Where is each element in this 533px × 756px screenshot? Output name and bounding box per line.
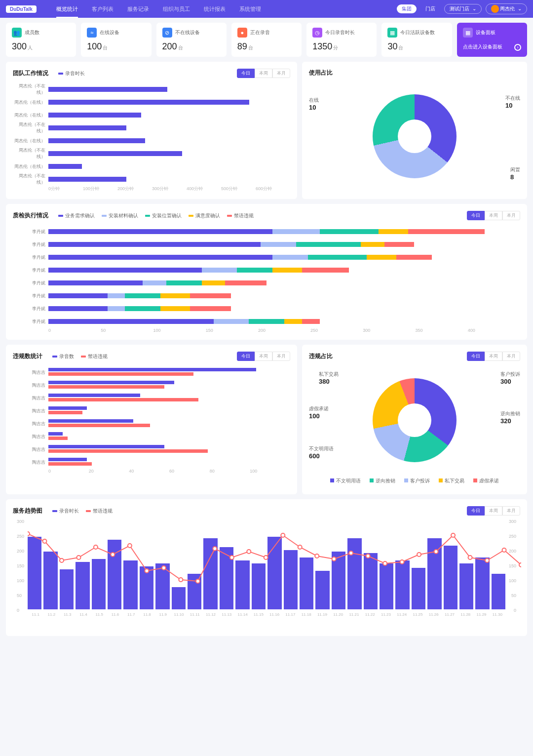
pill-group[interactable]: 集团 bbox=[397, 4, 417, 13]
svg-point-14 bbox=[264, 556, 268, 559]
stat-row: 👥成员数300人≈在线设备100台⊘不在线设备200台●正在录音89台◷今日录音… bbox=[0, 18, 533, 62]
svg-point-4 bbox=[94, 545, 98, 549]
chart: 陶吉吉陶吉吉陶吉吉陶吉吉陶吉吉陶吉吉陶吉吉陶吉吉020406080100 bbox=[13, 366, 290, 474]
svg-point-17 bbox=[315, 554, 319, 558]
chart: 00505010010015015020020025025030030011.1… bbox=[13, 520, 520, 629]
stat-card: ●正在录音89台 bbox=[231, 23, 302, 57]
stat-card: ≈在线设备100台 bbox=[81, 23, 151, 57]
nav-2[interactable]: 服务记录 bbox=[127, 5, 149, 13]
pill-store[interactable]: 门店 bbox=[420, 4, 440, 13]
chart: 周杰伦（不在线）周杰伦（在线）周杰伦（在线）周杰伦（不在线）周杰伦（在线）周杰伦… bbox=[13, 83, 290, 192]
stat-card: ◷今日录音时长1350分 bbox=[306, 23, 377, 57]
svg-point-12 bbox=[230, 556, 234, 559]
svg-point-24 bbox=[434, 550, 438, 554]
avatar bbox=[491, 5, 499, 13]
donut: 不文明用语600虚假承诺100私下交易380客户投诉300逆向推销320 bbox=[309, 366, 520, 475]
legend: 录音时长 bbox=[58, 70, 85, 77]
svg-point-0 bbox=[28, 532, 30, 536]
donut: 在线10不在线10闲置8 bbox=[309, 82, 520, 191]
topbar: DuDuTalk 概览统计客户列表服务记录组织与员工统计报表系统管理 集团 门店… bbox=[0, 0, 533, 18]
nav-4[interactable]: 统计报表 bbox=[204, 5, 226, 13]
title: 团队工作情况 bbox=[13, 69, 48, 78]
main-nav: 概览统计客户列表服务记录组织与员工统计报表系统管理 bbox=[56, 5, 261, 13]
svg-point-6 bbox=[128, 544, 132, 548]
svg-point-16 bbox=[298, 545, 302, 549]
svg-point-2 bbox=[60, 558, 64, 562]
tabs[interactable]: 今日本周本月 bbox=[237, 69, 290, 78]
svg-point-3 bbox=[76, 556, 80, 559]
card-qc: 质检执行情况 业务需求确认安装材料确认安装位置确认满意度确认禁语违规 今日本周本… bbox=[6, 204, 527, 340]
svg-point-5 bbox=[111, 553, 114, 557]
svg-point-15 bbox=[281, 533, 285, 537]
stat-card[interactable]: ▦设备面板点击进入设备面板› bbox=[457, 23, 527, 57]
pill-test-store[interactable]: 测试门店 ⌄ bbox=[444, 4, 482, 14]
svg-point-7 bbox=[145, 569, 149, 573]
card-trend: 服务趋势图 录音时长禁语违规 今日本周本月 005050100100150150… bbox=[6, 499, 527, 636]
nav-3[interactable]: 组织与员工 bbox=[163, 5, 190, 13]
stat-card: ▦今日活跃设备数30台 bbox=[381, 23, 452, 57]
card-viol-count: 违规数统计 录音数禁语违规 今日本周本月 陶吉吉陶吉吉陶吉吉陶吉吉陶吉吉陶吉吉陶… bbox=[6, 345, 297, 494]
svg-point-19 bbox=[349, 551, 353, 555]
stat-card: 👥成员数300人 bbox=[6, 23, 76, 57]
nav-0[interactable]: 概览统计 bbox=[56, 5, 78, 18]
card-viol-ratio: 违规占比 今日本周本月 不文明用语600虚假承诺100私下交易380客户投诉30… bbox=[302, 345, 527, 494]
user-menu[interactable]: 周杰伦 ⌄ bbox=[486, 3, 527, 14]
svg-point-26 bbox=[468, 556, 472, 559]
svg-point-25 bbox=[451, 533, 455, 537]
svg-point-10 bbox=[196, 579, 200, 583]
svg-point-18 bbox=[332, 557, 336, 561]
svg-point-11 bbox=[213, 547, 217, 551]
svg-point-22 bbox=[400, 560, 404, 564]
svg-point-23 bbox=[417, 553, 421, 557]
card-team: 团队工作情况 录音时长 今日本周本月 周杰伦（不在线）周杰伦（在线）周杰伦（在线… bbox=[6, 62, 297, 199]
svg-point-20 bbox=[366, 554, 370, 558]
svg-point-21 bbox=[383, 561, 387, 565]
svg-point-8 bbox=[162, 566, 166, 570]
nav-1[interactable]: 客户列表 bbox=[92, 5, 114, 13]
svg-point-1 bbox=[42, 539, 46, 543]
svg-point-27 bbox=[485, 558, 489, 562]
svg-point-9 bbox=[179, 578, 183, 582]
stat-card: ⊘不在线设备200台 bbox=[156, 23, 227, 57]
nav-5[interactable]: 系统管理 bbox=[239, 5, 261, 13]
chart: 李丹妮李丹妮李丹妮李丹妮李丹妮李丹妮李丹妮李丹妮0501001502002503… bbox=[13, 225, 520, 333]
card-usage: 使用占比 在线10不在线10闲置8 bbox=[302, 62, 527, 199]
svg-point-29 bbox=[519, 563, 521, 567]
logo: DuDuTalk bbox=[6, 5, 37, 13]
svg-point-28 bbox=[502, 548, 506, 552]
svg-point-13 bbox=[247, 550, 251, 554]
